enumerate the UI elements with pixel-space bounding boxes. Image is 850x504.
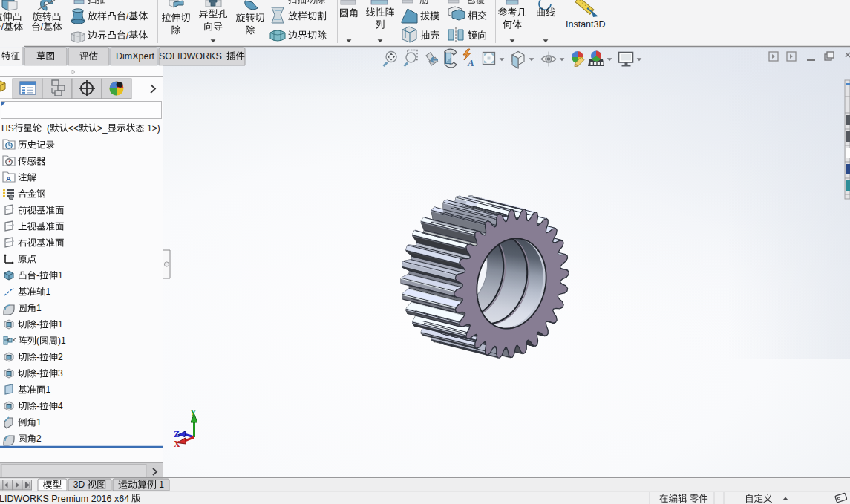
svg-text:(: ( bbox=[42, 123, 50, 134]
svg-text:Z: Z bbox=[174, 429, 180, 439]
svg-text:X: X bbox=[174, 439, 180, 449]
svg-text:2: 2 bbox=[58, 352, 63, 362]
svg-text:(: ( bbox=[36, 336, 39, 346]
svg-text:1: 1 bbox=[157, 480, 164, 490]
svg-text:HS: HS bbox=[1, 123, 14, 134]
svg-text:3D: 3D bbox=[73, 480, 88, 490]
svg-text:A: A bbox=[6, 174, 11, 183]
svg-text:Y: Y bbox=[190, 408, 197, 418]
svg-text:4: 4 bbox=[58, 401, 63, 411]
svg-text:3: 3 bbox=[58, 368, 63, 379]
svg-text:<<: << bbox=[68, 123, 79, 134]
svg-text:SOLIDWORKS: SOLIDWORKS bbox=[159, 51, 224, 62]
svg-text:1: 1 bbox=[36, 303, 42, 313]
svg-text:-: - bbox=[36, 368, 39, 379]
svg-text:A: A bbox=[467, 57, 474, 68]
svg-text:DimXpert: DimXpert bbox=[116, 51, 155, 62]
svg-text:1>): 1>) bbox=[145, 123, 160, 134]
svg-text:Instant3D: Instant3D bbox=[566, 19, 606, 30]
svg-text:>_: >_ bbox=[97, 123, 108, 134]
svg-text:1: 1 bbox=[36, 417, 42, 428]
svg-text:-: - bbox=[36, 401, 39, 411]
svg-text:-: - bbox=[36, 352, 39, 362]
svg-text:-: - bbox=[36, 319, 39, 330]
svg-text:1: 1 bbox=[58, 270, 63, 281]
svg-text:-: - bbox=[36, 270, 39, 281]
svg-text:1: 1 bbox=[46, 287, 51, 297]
svg-text:1: 1 bbox=[58, 319, 63, 330]
svg-text:)1: )1 bbox=[58, 336, 66, 346]
svg-text:2: 2 bbox=[36, 433, 42, 444]
svg-text:SOLIDWORKS Premium 2016 x64: SOLIDWORKS Premium 2016 x64 bbox=[0, 494, 129, 504]
svg-text:1: 1 bbox=[46, 384, 51, 395]
